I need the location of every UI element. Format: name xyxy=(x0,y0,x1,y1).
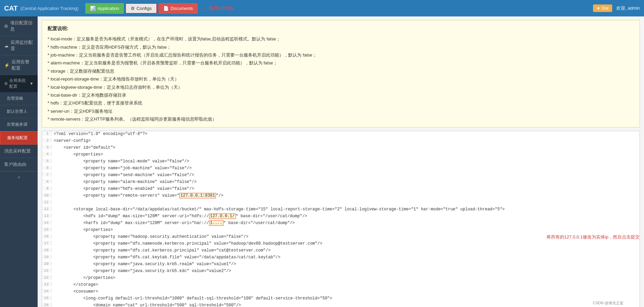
line-number: 3 xyxy=(42,145,52,149)
desc-line-7: * local-base-dir：定义本地数据存储目录 xyxy=(48,91,634,99)
line-content[interactable]: <server id="default"> xyxy=(52,145,640,150)
line-content[interactable]: <property name="job-machine" value="fals… xyxy=(52,165,640,171)
sidebar-item-alert-strategy[interactable]: 告警策略 xyxy=(0,92,38,105)
code-line-19: 19 <property name="dfs.cat.keytab.file" … xyxy=(42,255,640,261)
line-number: 17 xyxy=(42,241,52,245)
line-content[interactable]: <property name="send-machine" value="fal… xyxy=(52,172,640,178)
sidebar-item-app-alert[interactable]: ⚡ 应用告警配置 xyxy=(0,56,38,75)
line-content[interactable]: <property name="dfs.namenode.kerberos.pr… xyxy=(52,241,640,246)
line-number: 7 xyxy=(42,172,52,177)
nav-application-button[interactable]: 📊 Application xyxy=(85,3,124,14)
sidebar-item-global-config[interactable]: ⚙ 全局系统配置 ▼ xyxy=(0,75,38,92)
desc-line-5: * local-report-storage-time：定义本地报告存放时长，单… xyxy=(48,75,634,83)
line-content[interactable]: <property name="local-mode" value="false… xyxy=(52,159,640,164)
line-number: 1 xyxy=(42,131,52,136)
line-number: 21 xyxy=(42,268,52,273)
desc-line-0: * local-mode：定义服务是否为本地模式（开发模式），在生产环境时，设置… xyxy=(48,35,634,43)
desc-line-6: * local-logivew-storage-time：定义本地日志存放时长，… xyxy=(48,83,634,91)
line-content[interactable]: <storage local-base-dir="/data/appdatas/… xyxy=(52,207,640,212)
line-number: 19 xyxy=(42,255,52,259)
line-number: 9 xyxy=(42,186,52,191)
code-line-14: 14 <harfs id="dump" max-size="128M" serv… xyxy=(42,220,640,227)
line-content[interactable]: <properties> xyxy=(52,227,640,233)
gear2-icon: ⚙ xyxy=(4,81,8,86)
line-content[interactable]: </storage> xyxy=(52,282,640,287)
code-line-26: 26 <domain name="cat" url-threshold="500… xyxy=(42,303,640,307)
line-content[interactable]: <consumer> xyxy=(52,289,640,294)
desc-line-8: * hdfs：定义HDFS配置信息，便于直接登录系统 xyxy=(48,99,634,107)
main-content: 配置说明: * local-mode：定义服务是否为本地模式（开发模式），在生产… xyxy=(38,16,644,307)
desc-line-1: * hdfs-machine：定义是否应用HDFS存储方式，默认为 false； xyxy=(48,43,634,51)
code-line-7: 7 <property name="send-machine" value="f… xyxy=(42,172,640,179)
line-content[interactable]: <harfs id="dump" max-size="128M" server-… xyxy=(52,220,640,226)
sidebar-item-alert-service[interactable]: 告警服务调 xyxy=(0,118,38,131)
code-line-12: 12 <storage local-base-dir="/data/appdat… xyxy=(42,207,640,213)
line-number: 26 xyxy=(42,303,52,307)
line-number: 20 xyxy=(42,261,52,266)
nav-documents-button[interactable]: 📄 Documents xyxy=(158,3,198,14)
star-button[interactable]: ★ Star xyxy=(593,4,612,12)
line-content[interactable]: <property name="java.security.krb5.kdc" … xyxy=(52,268,640,274)
code-editor[interactable]: 1<?xml version="1.0" encoding="utf-8"?>2… xyxy=(42,131,640,307)
nav-bar: 📊 Application ⚙ Configs 📄 Documents xyxy=(85,3,197,14)
sidebar-label-default-alerter: 默认告警人 xyxy=(7,109,27,114)
sidebar-item-msg-sampling[interactable]: 消息采样配置 xyxy=(0,145,38,158)
line-number: 13 xyxy=(42,213,52,218)
line-content[interactable]: <property name="hadoop.security.authenti… xyxy=(52,234,526,240)
line-content[interactable]: <property name="hdfs-enabled" value="fal… xyxy=(52,186,640,192)
code-line-22: 22 </properties> xyxy=(42,275,640,282)
nav-documents-label: Documents xyxy=(170,6,193,11)
line-content[interactable]: <property name="alarm-machine" value="fa… xyxy=(52,179,640,185)
code-line-2: 2<server-config> xyxy=(42,138,640,145)
code-line-15: 15 <properties> xyxy=(42,227,640,234)
line-number: 4 xyxy=(42,152,52,156)
sidebar-label-app-monitor: 应用监控配置 xyxy=(11,39,34,52)
code-line-23: 23 </storage> xyxy=(42,282,640,289)
line-content[interactable]: <hdfs id="dump" max-size="128M" server-u… xyxy=(52,213,640,219)
sidebar-label-global-config: 全局系统配置 xyxy=(9,78,28,89)
code-line-11: 11 xyxy=(42,200,640,207)
sidebar-label-alert-strategy: 告警策略 xyxy=(7,96,23,101)
line-content[interactable]: <properties> xyxy=(52,152,640,157)
desc-line-9: * server-uri：定义HDFS服务地址 xyxy=(48,107,634,115)
layout: ⚙ 项目配置信息 ☁ 应用监控配置 ⚡ 应用告警配置 ⚙ 全局系统配置 ▼ 告警… xyxy=(0,16,644,307)
code-line-6: 6 <property name="job-machine" value="fa… xyxy=(42,165,640,172)
line-number: 24 xyxy=(42,289,52,293)
sidebar-label-project-config: 项目配置信息 xyxy=(10,20,34,32)
desc-line-10: * remote-servers：定义HTTP服务列表。（远程监听端同步更新服务… xyxy=(48,115,634,123)
line-content[interactable]: <property name="remote-servers" value="1… xyxy=(52,193,640,198)
desc-line-3: * alarm-machine：定义当前服务是否为报警机（开启各类预警监听，只需… xyxy=(48,59,634,67)
line-content[interactable]: <property name="java.security.krb5.realm… xyxy=(52,261,640,267)
code-line-3: 3 <server id="default"> xyxy=(42,145,640,152)
header: CAT (Central Application Tracking) 📊 App… xyxy=(0,0,644,16)
code-annotation: 将所有的127.0.0.1修改为实体ip，然后点击提交 xyxy=(546,234,640,240)
line-content[interactable]: <long-config default-url-threshold="1000… xyxy=(52,296,640,301)
sidebar-collapse-button[interactable]: « xyxy=(0,171,38,182)
configs-icon: ⚙ xyxy=(131,6,135,11)
sidebar-item-client-routing[interactable]: 客户路由由 xyxy=(0,158,38,171)
nav-application-label: Application xyxy=(97,6,119,11)
nav-configs-button[interactable]: ⚙ Configs xyxy=(125,3,157,14)
sidebar-item-project-config[interactable]: ⚙ 项目配置信息 xyxy=(0,16,38,36)
lightning-icon: ⚡ xyxy=(4,63,10,68)
sidebar-label-msg-sampling: 消息采样配置 xyxy=(4,148,31,154)
line-number: 11 xyxy=(42,200,52,204)
line-content[interactable]: </properties> xyxy=(52,275,640,281)
line-content[interactable] xyxy=(52,200,640,200)
line-number: 14 xyxy=(42,220,52,225)
line-number: 8 xyxy=(42,179,52,184)
user-label: 欢迎, admin xyxy=(616,5,640,11)
code-line-16: 16 <property name="hadoop.security.authe… xyxy=(42,234,640,241)
line-content[interactable]: <property name="dfs.cat.kerberos.princip… xyxy=(52,248,640,253)
code-line-8: 8 <property name="alarm-machine" value="… xyxy=(42,179,640,186)
line-content[interactable]: <property name="dfs.cat.keytab.file" val… xyxy=(52,255,640,260)
line-content[interactable]: <server-config> xyxy=(52,138,640,144)
line-content[interactable]: <?xml version="1.0" encoding="utf-8"?> xyxy=(52,131,640,137)
sidebar-item-app-monitor[interactable]: ☁ 应用监控配置 xyxy=(0,36,38,56)
sidebar-item-service-config[interactable]: 服务端配置 xyxy=(0,131,38,145)
line-number: 25 xyxy=(42,296,52,300)
sidebar-item-default-alerter[interactable]: 默认告警人 xyxy=(0,105,38,118)
line-content[interactable]: <domain name="cat" url-threshold="500" s… xyxy=(52,303,640,307)
desc-line-2: * job-machine：定义当前服务是否是告警工作机（开启生成汇总报告和统计… xyxy=(48,51,634,59)
header-right: ★ Star 欢迎, admin xyxy=(593,4,640,12)
